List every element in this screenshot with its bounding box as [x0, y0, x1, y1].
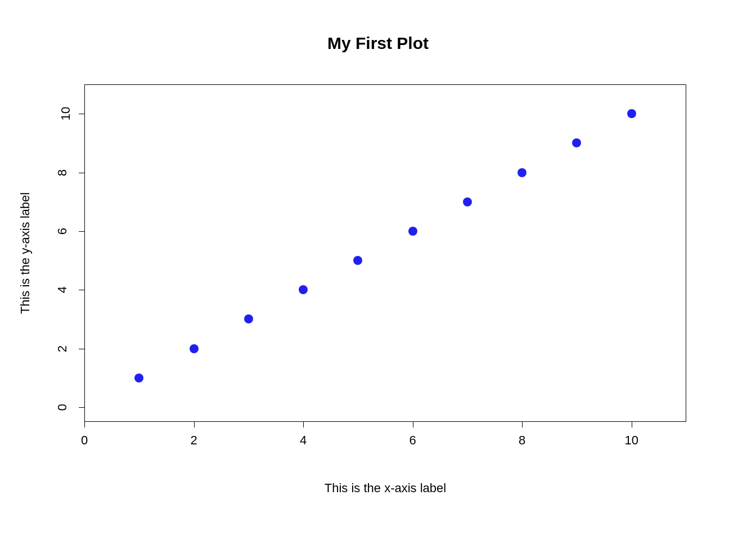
data-point — [299, 285, 308, 294]
data-point — [244, 314, 253, 323]
x-tick-label: 2 — [190, 433, 197, 448]
x-tick-label: 10 — [624, 433, 638, 448]
y-tick — [79, 231, 84, 232]
y-axis-label-text: This is the y-axis label — [18, 192, 33, 314]
data-point — [463, 197, 472, 206]
y-axis-label: This is the y-axis label — [17, 84, 34, 422]
y-tick — [79, 173, 84, 173]
chart-container: My First Plot This is the y-axis label T… — [0, 0, 756, 540]
data-point — [518, 168, 526, 177]
x-tick-label: 6 — [410, 433, 416, 448]
y-tick-label: 6 — [55, 228, 70, 235]
x-axis-label: This is the x-axis label — [84, 481, 686, 496]
y-tick-label: 4 — [55, 286, 70, 293]
y-tick — [79, 407, 84, 408]
x-tick — [303, 422, 304, 428]
data-point — [572, 138, 581, 147]
chart-title: My First Plot — [0, 34, 756, 53]
data-point — [408, 227, 417, 236]
y-tick — [79, 349, 84, 349]
data-point — [627, 109, 636, 118]
x-tick — [413, 422, 413, 428]
x-tick-label: 4 — [300, 433, 307, 448]
data-point — [190, 344, 199, 353]
x-tick-label: 8 — [519, 433, 525, 448]
plot-area — [84, 84, 686, 422]
y-tick-label: 0 — [55, 404, 70, 411]
x-tick-label: 0 — [81, 433, 88, 448]
y-tick-label: 10 — [58, 107, 73, 120]
x-tick — [84, 422, 85, 428]
x-tick — [632, 422, 632, 428]
data-point — [134, 374, 143, 382]
y-tick — [79, 114, 84, 114]
data-point — [353, 256, 362, 265]
y-tick-label: 2 — [55, 345, 70, 352]
x-tick — [194, 422, 195, 428]
x-tick — [522, 422, 523, 428]
y-tick-label: 8 — [55, 169, 70, 176]
y-tick — [79, 290, 84, 290]
